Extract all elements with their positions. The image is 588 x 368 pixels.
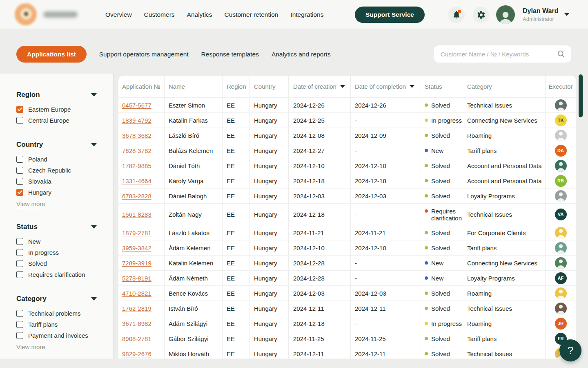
status-label: In progress	[431, 117, 462, 124]
filter-option-label: Technical problems	[28, 310, 80, 317]
executor-avatar[interactable]: AF	[555, 272, 567, 284]
filter-option-eastern-europe[interactable]: Eastern Europe	[16, 104, 97, 115]
nav-item-overview[interactable]: Overview	[105, 11, 132, 18]
application-number-link[interactable]: 3671-8982	[122, 320, 151, 327]
application-number-link[interactable]: 1561-8283	[122, 211, 151, 218]
status-label: New	[431, 275, 443, 282]
application-number-link[interactable]: 1782-9885	[122, 162, 151, 169]
user-avatar[interactable]	[496, 5, 515, 24]
application-number-link[interactable]: 1839-4792	[122, 117, 151, 124]
application-number-link[interactable]: 4710-2821	[122, 290, 151, 297]
filter-option-payment-and-invoices[interactable]: Payment and invoices	[16, 330, 97, 341]
settings-button[interactable]	[473, 7, 489, 23]
filter-option-requires-clarification[interactable]: Requires clarification	[16, 269, 97, 280]
executor-avatar[interactable]: JH	[555, 318, 567, 330]
application-number-link[interactable]: 5278-8191	[122, 275, 151, 282]
executor-avatar[interactable]	[555, 99, 567, 111]
column-header-country: Country	[250, 76, 289, 97]
application-number-link[interactable]: 6783-2828	[122, 193, 151, 200]
user-menu-chevron-icon[interactable]	[564, 13, 570, 16]
person-silhouette-icon	[555, 287, 567, 299]
checkbox-slovakia[interactable]	[16, 178, 23, 185]
column-header-date-of-creation[interactable]: Date of creation	[289, 76, 351, 97]
filter-section-header-status[interactable]: Status	[16, 223, 97, 231]
executor-avatar[interactable]	[555, 242, 567, 254]
person-silhouette-icon	[555, 227, 567, 239]
sort-desc-icon[interactable]	[340, 85, 345, 88]
filter-option-new[interactable]: New	[16, 236, 97, 247]
vertical-scrollbar[interactable]	[579, 74, 583, 117]
tab-response-templates[interactable]: Response templates	[201, 51, 259, 58]
checkbox-eastern-europe[interactable]	[16, 106, 23, 113]
nav-item-customers[interactable]: Customers	[144, 11, 175, 18]
checkbox-new[interactable]	[16, 238, 23, 245]
application-number-link[interactable]: 7289-3919	[122, 260, 151, 267]
filter-option-hungary[interactable]: Hungary	[16, 187, 97, 198]
view-more-link-country[interactable]: View more	[16, 200, 45, 208]
tab-support-operators-management[interactable]: Support operators management	[99, 51, 189, 58]
filter-option-central-europe[interactable]: Central Europe	[16, 115, 97, 126]
status-cell: Solved	[419, 188, 463, 203]
checkbox-czech-republic[interactable]	[16, 167, 23, 174]
application-number-link[interactable]: 3678-3682	[122, 132, 151, 139]
application-number-link[interactable]: 0457-5677	[122, 102, 151, 109]
category-cell: Technical Issues	[463, 98, 546, 112]
search-input[interactable]	[441, 51, 557, 58]
support-service-button[interactable]: Support Service	[355, 7, 425, 23]
filter-option-tariff-plans[interactable]: Tariff plans	[16, 319, 97, 330]
checkbox-in-progress[interactable]	[16, 249, 23, 256]
executor-avatar[interactable]: RB	[555, 175, 567, 187]
nav-item-analytics[interactable]: Analytics	[187, 11, 212, 18]
view-more-link-category[interactable]: View more	[16, 343, 45, 351]
executor-avatar[interactable]	[555, 130, 567, 141]
application-number-link[interactable]: 9829-2676	[122, 350, 151, 357]
date-of-completion-cell: 2024-11-25	[351, 331, 419, 346]
application-number-link[interactable]: 3959-3842	[122, 245, 151, 251]
status-label: Solved	[431, 305, 450, 312]
filter-option-poland[interactable]: Poland	[16, 154, 97, 165]
tab-analytics-and-reports[interactable]: Analytics and reports	[272, 51, 331, 58]
executor-avatar[interactable]	[555, 257, 567, 269]
application-number-link[interactable]: 1762-2819	[122, 305, 151, 312]
tab-applications-list[interactable]: Applications list	[16, 46, 87, 63]
checkbox-central-europe[interactable]	[16, 117, 23, 124]
filter-section-header-region[interactable]: Region	[16, 91, 97, 99]
checkbox-hungary[interactable]	[16, 189, 23, 196]
column-header-date-of-completion[interactable]: Date of completion	[351, 76, 419, 97]
executor-avatar[interactable]	[555, 287, 567, 299]
checkbox-technical-problems[interactable]	[16, 310, 23, 317]
executor-avatar[interactable]	[555, 190, 567, 202]
checkbox-solved[interactable]	[16, 260, 23, 267]
checkbox-tariff-plans[interactable]	[16, 321, 23, 328]
filter-option-label: Slovakia	[28, 178, 51, 185]
category-cell: Connecting New Services	[463, 256, 546, 270]
filter-option-solved[interactable]: Solved	[16, 258, 97, 269]
application-number-link[interactable]: 7628-3782	[122, 147, 151, 154]
filter-section-header-category[interactable]: Category	[16, 295, 97, 303]
executor-avatar[interactable]: TK	[555, 114, 567, 126]
filter-option-slovakia[interactable]: Slovakia	[16, 176, 97, 187]
checkbox-payment-and-invoices[interactable]	[16, 332, 23, 339]
checkbox-requires-clarification[interactable]	[16, 271, 23, 278]
checkbox-poland[interactable]	[16, 156, 23, 163]
application-number-link[interactable]: 8908-2781	[122, 335, 151, 342]
nav-item-customer-retention[interactable]: Customer retention	[225, 11, 278, 18]
nav-item-integrations[interactable]: Integrations	[290, 11, 323, 18]
name-cell: Ádám Szilágyi	[165, 316, 223, 331]
search-icon[interactable]	[557, 49, 566, 58]
application-number-link[interactable]: 1879-2781	[122, 229, 151, 236]
sort-desc-icon[interactable]	[410, 85, 414, 88]
executor-avatar[interactable]	[555, 303, 567, 314]
executor-avatar[interactable]: VA	[555, 209, 567, 220]
executor-avatar[interactable]	[555, 160, 567, 172]
help-button[interactable]: ?	[559, 339, 581, 361]
executor-avatar[interactable]: DA	[555, 145, 567, 157]
filter-option-technical-problems[interactable]: Technical problems	[16, 308, 97, 319]
application-number-link[interactable]: 1331-4664	[122, 177, 151, 184]
filter-option-czech-republic[interactable]: Czech Republic	[16, 165, 97, 176]
notifications-button[interactable]	[448, 7, 465, 23]
filter-option-in-progress[interactable]: In progress	[16, 247, 97, 258]
filter-section-header-country[interactable]: Country	[16, 141, 97, 149]
executor-avatar[interactable]	[555, 227, 567, 239]
application-number-cell: 8908-2781	[118, 331, 165, 346]
